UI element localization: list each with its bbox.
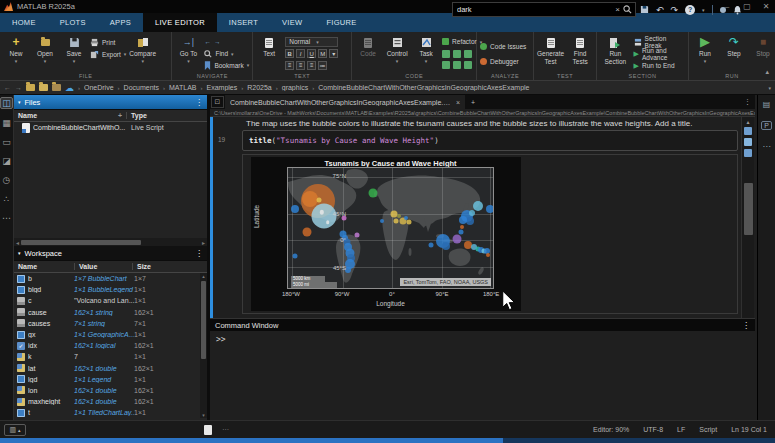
stop-button[interactable]: ■Stop <box>750 34 775 70</box>
tsunami-bubble[interactable] <box>291 205 299 213</box>
scroll-down-icon[interactable]: ▾ <box>200 412 207 418</box>
new-tab-button[interactable]: + <box>465 95 481 109</box>
breadcrumb-item[interactable]: R2025a <box>247 84 272 91</box>
documentation-search[interactable]: × <box>452 2 636 17</box>
close-tab-icon[interactable]: × <box>456 99 460 106</box>
code-tool-icon[interactable] <box>464 61 472 69</box>
tsunami-bubble[interactable] <box>442 242 450 250</box>
back-icon[interactable]: ← <box>4 84 11 91</box>
more-panels-icon[interactable]: ⋯ <box>2 213 11 223</box>
files-col-name[interactable]: Name+ <box>14 112 126 119</box>
tsunami-bubble[interactable] <box>473 201 483 211</box>
workspace-row-cause[interactable]: cause162×1 string162×1 <box>14 307 207 318</box>
forward-icon[interactable]: → <box>214 38 221 45</box>
tsunami-bubble[interactable] <box>466 217 474 225</box>
hscroll-thumb[interactable] <box>21 240 141 245</box>
editor-scroll-thumb[interactable] <box>744 183 753 235</box>
editor-scrollbar[interactable]: ▴ <box>741 117 754 318</box>
breadcrumb-item[interactable]: CombineBubbleChartWithOtherGraphicsInGeo… <box>318 84 529 91</box>
bold-button[interactable]: B <box>285 49 294 58</box>
more-panels-icon[interactable]: ⋯ <box>763 142 771 151</box>
editor-tab[interactable]: CombineBubbleChartWithOtherGraphicsInGeo… <box>225 95 465 109</box>
notifications-bell-icon[interactable] <box>733 5 742 15</box>
save-icon[interactable] <box>640 5 649 14</box>
undo-icon[interactable]: ↶ <box>656 5 664 15</box>
align-center-button[interactable]: ≡ <box>296 61 305 70</box>
workspace-menu-icon[interactable]: ⋮ <box>195 249 203 258</box>
live-script-text[interactable]: The map uses the bubble colors to illust… <box>246 119 726 128</box>
file-row[interactable]: CombineBubbleChartWithO... Live Script <box>14 122 207 133</box>
ws-col-value[interactable]: Value <box>74 263 132 270</box>
clear-search-icon[interactable]: × <box>612 5 623 14</box>
outline-panel-icon[interactable]: ▤ <box>763 100 771 109</box>
output-marker-icon[interactable] <box>744 127 752 135</box>
community-icon[interactable] <box>720 7 726 13</box>
forward-icon[interactable]: → <box>15 84 22 91</box>
tsunami-bubble[interactable] <box>380 219 384 223</box>
history-panel-icon[interactable]: ◷ <box>3 175 11 185</box>
save-button[interactable]: Save▾ <box>61 34 87 70</box>
export-button[interactable]: Export▾ <box>90 49 126 59</box>
scroll-up-icon[interactable]: ▴ <box>200 273 207 279</box>
output-marker-icon[interactable] <box>744 149 752 157</box>
browse-folder-icon[interactable] <box>52 84 61 91</box>
code-tool-icon[interactable] <box>464 50 472 58</box>
help-icon[interactable]: ? <box>685 5 695 15</box>
debugger-button[interactable]: Debugger <box>480 56 526 66</box>
tsunami-bubble[interactable] <box>460 225 464 229</box>
document-bar-icon[interactable]: ⊡ <box>211 96 224 108</box>
new-button[interactable]: +New▾ <box>3 34 29 70</box>
breadcrumb-item[interactable]: Examples <box>206 84 237 91</box>
open-button[interactable]: Open▾ <box>32 34 58 70</box>
workspace-row-gx[interactable]: gx1×1 GeographicA...1×1 <box>14 329 207 340</box>
find-button[interactable]: Find▾ <box>204 49 249 59</box>
tsunami-bubble[interactable] <box>316 198 321 203</box>
files-panel-header[interactable]: ▾ Files ⋮ <box>14 95 207 109</box>
nav-history-buttons[interactable]: ←→ <box>204 37 249 47</box>
step-button[interactable]: ↷Step <box>721 34 747 70</box>
variable-panel-icon[interactable]: ◪ <box>2 156 11 166</box>
run-to-end-button[interactable]: ▶Run to End <box>634 61 685 70</box>
workspace-row-lgd[interactable]: lgd1×1 Legend1×1 <box>14 374 207 385</box>
command-window-header[interactable]: Command Window ⋮ <box>210 318 755 331</box>
tab-plots[interactable]: PLOTS <box>48 13 98 32</box>
workspace-vscrollbar[interactable]: ▴ ▾ <box>200 273 207 418</box>
tab-live-editor[interactable]: LIVE EDITOR <box>143 13 217 32</box>
tab-figure[interactable]: FIGURE <box>314 13 368 32</box>
files-hscrollbar[interactable]: ◂ ▸ <box>14 238 207 246</box>
code-block[interactable]: title("Tsunamis by Cause and Wave Height… <box>242 130 738 151</box>
tsunami-bubble[interactable] <box>486 205 494 213</box>
tsunami-bubble[interactable] <box>469 210 475 216</box>
close-button[interactable]: ✕ <box>757 0 775 13</box>
workspace-row-lon[interactable]: lon162×1 double162×1 <box>14 385 207 396</box>
scroll-right-icon[interactable]: ▸ <box>200 239 207 246</box>
bookmark-button[interactable]: Bookmark▾ <box>204 60 249 70</box>
parent-folder-icon[interactable] <box>39 84 48 91</box>
workspace-row-t[interactable]: t1×1 TiledChartLay...1×1 <box>14 407 207 418</box>
goto-button[interactable]: →|Go To▾ <box>175 34 201 70</box>
workspace-row-c[interactable]: c"Volcano and Lan...1×1 <box>14 295 207 306</box>
tab-insert[interactable]: INSERT <box>217 13 270 32</box>
breadcrumb-item[interactable]: Documents <box>124 84 159 91</box>
tsunami-bubble[interactable] <box>302 227 311 236</box>
ws-col-size[interactable]: Size <box>132 263 180 270</box>
workspace-row-lat[interactable]: lat162×1 double162×1 <box>14 363 207 374</box>
code-tool-icon[interactable] <box>442 50 450 58</box>
generate-test-button[interactable]: Generate Test <box>537 34 564 70</box>
workspace-row-maxheight[interactable]: maxheight162×1 double162×1 <box>14 396 207 407</box>
run-button[interactable]: ▶Run▾ <box>692 34 718 70</box>
italic-button[interactable]: I <box>296 49 305 58</box>
tsunami-bubble[interactable] <box>345 267 351 273</box>
collapse-files-icon[interactable]: ▾ <box>18 99 21 105</box>
tsunami-bubble[interactable] <box>326 220 330 224</box>
text-button[interactable]: Text <box>256 34 282 70</box>
workspace-row-causes[interactable]: causes7×1 string7×1 <box>14 318 207 329</box>
tsunami-bubble[interactable] <box>459 216 467 224</box>
status-file-icon[interactable] <box>204 425 212 435</box>
tsunami-bubble[interactable] <box>453 234 462 243</box>
status-more-icon[interactable]: ⋯ <box>222 426 229 434</box>
address-dropdown-icon[interactable]: ▾ <box>768 85 771 91</box>
sort-icon[interactable]: + <box>118 112 122 119</box>
scroll-up-icon[interactable]: ▴ <box>742 118 754 125</box>
figure-output[interactable]: Tsunamis by Cause and Wave Height Latitu… <box>251 157 521 311</box>
